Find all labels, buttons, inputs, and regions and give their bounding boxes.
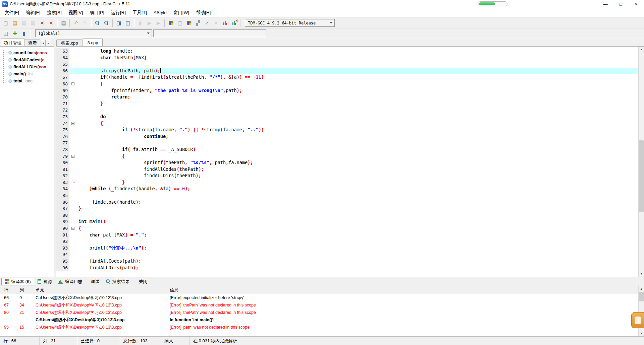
line-number[interactable]: 76	[56, 133, 70, 140]
tree-item-total[interactable]: total : long	[0, 77, 54, 84]
menu-item-1[interactable]: 编辑[E]	[22, 8, 44, 17]
line-number[interactable]: 64	[56, 55, 70, 61]
close-button[interactable]: ✕	[629, 0, 644, 8]
line-number[interactable]: 65	[56, 61, 70, 68]
compiler-select[interactable]: TDM-GCC 4.9.2 64-bit Release	[245, 19, 335, 27]
profile-analysis-button[interactable]	[221, 19, 230, 27]
bottom-scrollbar-thumb[interactable]	[639, 292, 644, 301]
fold-collapse-icon[interactable]: −	[71, 227, 74, 230]
undo-button[interactable]: ↶	[71, 19, 80, 27]
bottom-tab-debug[interactable]: 调试	[86, 278, 103, 285]
editor-tab-0[interactable]: 答案.cpp	[56, 40, 83, 46]
line-number[interactable]: 68	[56, 81, 70, 87]
line-number[interactable]: 92	[56, 238, 70, 245]
menu-item-5[interactable]: 运行[R]	[108, 8, 129, 17]
close-all-button[interactable]: ✕	[47, 19, 56, 27]
save-all-button[interactable]: ▦	[29, 19, 38, 27]
error-row[interactable]: C:\Users\超级小和X\Desktop\学习\10.13\3.cppIn …	[0, 316, 638, 324]
line-number[interactable]: 75	[56, 127, 70, 133]
line-number[interactable]: 93	[56, 245, 70, 252]
find-button[interactable]	[93, 19, 102, 27]
bottom-tab-search-results[interactable]: 搜索结果	[103, 278, 133, 285]
save-button[interactable]: ▦	[19, 19, 29, 27]
tree-item-main[interactable]: main() : int	[0, 70, 54, 77]
menu-item-8[interactable]: 窗口[W]	[170, 8, 193, 17]
fold-collapse-icon[interactable]: −	[71, 122, 74, 125]
tree-item-findAllCodest[interactable]: findAllCodest(c	[0, 56, 54, 63]
globals-select[interactable]: (globals)	[35, 29, 152, 37]
fold-marker[interactable]: −	[70, 120, 75, 127]
sidebar-tab-0[interactable]: 项目管理	[1, 39, 25, 46]
line-number[interactable]: 67	[56, 74, 70, 81]
fold-collapse-icon[interactable]: −	[71, 155, 74, 158]
scroll-up-icon[interactable]: ▲	[639, 47, 644, 52]
error-row[interactable]: 8021C:\Users\超级小和X\Desktop\学习\10.13\3.cp…	[0, 309, 638, 316]
editor-scrollbar-thumb[interactable]	[639, 140, 644, 212]
bottom-tab-compile-log[interactable]: 编译日志	[55, 278, 86, 285]
minimize-button[interactable]: —	[598, 0, 613, 8]
line-number[interactable]: 63	[56, 48, 70, 55]
run-button[interactable]: ▶	[145, 19, 154, 27]
bottom-tab-resources[interactable]: 资源	[35, 278, 55, 285]
bottom-tab-close[interactable]: 关闭	[133, 278, 151, 285]
line-number[interactable]: 95	[56, 258, 70, 265]
tree-item-countLines[interactable]: countLines(cons	[0, 49, 54, 56]
bottom-panel-scrollbar[interactable]: ▲ ▼	[638, 286, 644, 336]
line-number[interactable]: 73	[56, 114, 70, 120]
close-file-button[interactable]: ✕	[38, 19, 47, 27]
floating-widget-icon[interactable]	[631, 312, 644, 328]
line-number[interactable]: 96	[56, 265, 70, 271]
compile-button[interactable]: ▮	[136, 19, 145, 27]
error-row[interactable]: 6734C:\Users\超级小和X\Desktop\学习\10.13\3.cp…	[0, 301, 638, 309]
line-number[interactable]: 72	[56, 107, 70, 114]
fold-collapse-icon[interactable]: −	[71, 82, 74, 85]
error-row[interactable]: 9515C:\Users\超级小和X\Desktop\学习\10.13\3.cp…	[0, 324, 638, 331]
line-number[interactable]: 87	[56, 205, 70, 212]
compile-run-button[interactable]: ▶	[154, 19, 163, 27]
line-number[interactable]: 84	[56, 186, 70, 192]
line-number[interactable]: 71	[56, 100, 70, 107]
code-area[interactable]: 63 long handle;64 char thePath[MAX]6566 …	[56, 47, 638, 277]
line-number[interactable]: 86	[56, 199, 70, 206]
goto-line-button[interactable]: ◨	[114, 19, 123, 27]
editor-scrollbar[interactable]: ▲ ▼	[638, 47, 644, 277]
new-project-button[interactable]	[166, 19, 175, 27]
line-number[interactable]: 81	[56, 166, 70, 173]
redo-button[interactable]: ↷	[80, 19, 90, 27]
menu-item-0[interactable]: 文件[F]	[1, 8, 22, 17]
menu-item-6[interactable]: 工具[T]	[129, 8, 150, 17]
menu-item-9[interactable]: 帮助[H]	[193, 8, 214, 17]
line-number[interactable]: 74	[56, 120, 70, 127]
abort-compile-button[interactable]: ✕	[212, 19, 221, 27]
fold-marker[interactable]: −	[70, 81, 75, 87]
line-number[interactable]: 79	[56, 153, 70, 160]
project-options-button[interactable]	[184, 19, 194, 27]
line-number[interactable]: 70	[56, 94, 70, 100]
new-file-button[interactable]: ▢	[1, 19, 10, 27]
line-number[interactable]: 91	[56, 232, 70, 238]
tabs-scroll-left-button[interactable]: ◂	[41, 40, 46, 46]
line-number[interactable]: 83	[56, 179, 70, 186]
line-number[interactable]: 80	[56, 159, 70, 166]
open-file-button[interactable]: ▤	[10, 19, 19, 27]
bookmark-button[interactable]: ◫	[123, 19, 132, 27]
line-number[interactable]: 85	[56, 192, 70, 199]
menu-item-7[interactable]: AStyle	[150, 8, 170, 17]
line-number[interactable]: 90	[56, 225, 70, 232]
delete-profiling-button[interactable]	[230, 19, 239, 27]
print-button[interactable]: ▤	[59, 19, 68, 27]
line-number[interactable]: 89	[56, 218, 70, 225]
window-layout-button[interactable]: ▞	[194, 19, 203, 27]
scroll-up-icon[interactable]: ▲	[639, 286, 644, 292]
maximize-button[interactable]: □	[613, 0, 629, 8]
bottom-tab-compiler[interactable]: 编译器 (6)	[1, 278, 34, 285]
scroll-down-icon[interactable]: ▼	[639, 331, 644, 336]
members-select[interactable]	[153, 29, 266, 37]
scroll-down-icon[interactable]: ▼	[639, 271, 644, 277]
line-number[interactable]: 69	[56, 87, 70, 94]
line-number[interactable]: 78	[56, 146, 70, 153]
menu-item-2[interactable]: 搜索[S]	[44, 8, 65, 17]
fold-marker[interactable]: −	[70, 225, 75, 232]
goto-declaration-button[interactable]: ◫	[1, 29, 10, 38]
fold-marker[interactable]: −	[70, 153, 75, 160]
